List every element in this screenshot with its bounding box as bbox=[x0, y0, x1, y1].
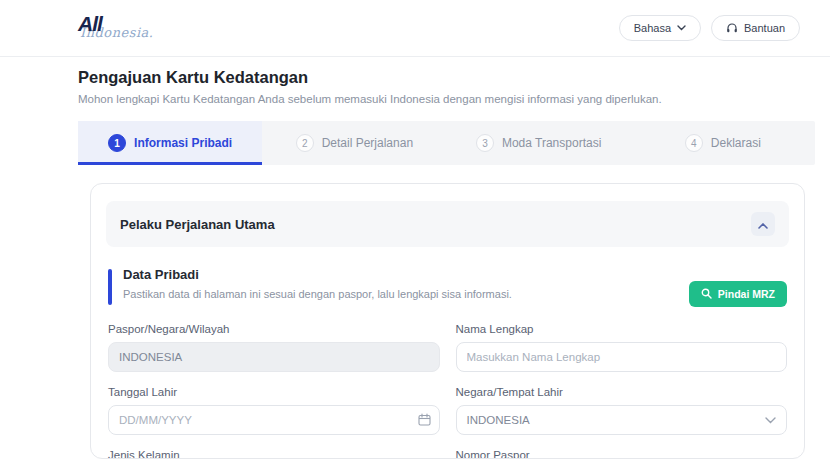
birth-date-input[interactable] bbox=[108, 405, 440, 435]
headphones-icon bbox=[726, 22, 738, 34]
chevron-up-icon bbox=[758, 217, 768, 232]
step-number-badge: 1 bbox=[108, 134, 126, 152]
page-subtitle: Mohon lengkapi Kartu Kedatangan Anda seb… bbox=[78, 93, 815, 105]
scan-mrz-button[interactable]: Pindai MRZ bbox=[689, 281, 787, 307]
step-deklarasi[interactable]: 4 Deklarasi bbox=[631, 121, 815, 165]
scan-mrz-label: Pindai MRZ bbox=[718, 288, 775, 300]
language-button-label: Bahasa bbox=[634, 22, 671, 34]
step-number-badge: 2 bbox=[296, 134, 314, 152]
language-button[interactable]: Bahasa bbox=[619, 15, 701, 41]
collapse-header-pelaku-perjalanan[interactable]: Pelaku Perjalanan Utama bbox=[106, 201, 789, 247]
chevron-down-icon bbox=[677, 25, 686, 31]
header-actions: Bahasa Bantuan bbox=[619, 15, 800, 41]
section-header: Data Pribadi Pastikan data di halaman in… bbox=[108, 267, 512, 305]
field-label: Jenis Kelamin bbox=[108, 449, 440, 459]
stepper: 1 Informasi Pribadi 2 Detail Perjalanan … bbox=[78, 121, 815, 165]
collapse-title: Pelaku Perjalanan Utama bbox=[120, 217, 275, 232]
step-number-badge: 3 bbox=[476, 134, 494, 152]
field-label: Paspor/Negara/Wilayah bbox=[108, 323, 440, 335]
all-indonesia-logo[interactable]: Indonesia. All bbox=[78, 8, 198, 48]
birth-country-selected-value: INDONESIA bbox=[467, 414, 530, 426]
field-label: Nama Lengkap bbox=[456, 323, 788, 335]
field-full-name: Nama Lengkap bbox=[456, 323, 788, 372]
field-passport-number: Nomor Paspor bbox=[456, 449, 788, 459]
step-label: Deklarasi bbox=[711, 136, 761, 150]
passport-country-input bbox=[108, 342, 440, 372]
step-moda-transportasi[interactable]: 3 Moda Transportasi bbox=[447, 121, 631, 165]
step-label: Detail Perjalanan bbox=[322, 136, 413, 150]
step-informasi-pribadi[interactable]: 1 Informasi Pribadi bbox=[78, 121, 262, 165]
accent-bar bbox=[108, 269, 112, 305]
main-traveler-card: Pelaku Perjalanan Utama Data Pribadi Pas… bbox=[90, 183, 805, 459]
page-title: Pengajuan Kartu Kedatangan bbox=[78, 68, 815, 87]
section-title: Data Pribadi bbox=[123, 267, 512, 282]
personal-data-form: Paspor/Negara/Wilayah Nama Lengkap Tangg… bbox=[106, 323, 789, 459]
step-number-badge: 4 bbox=[685, 134, 703, 152]
field-birth-country: Negara/Tempat Lahir INDONESIA bbox=[456, 386, 788, 435]
logo-main-text: All bbox=[78, 12, 102, 36]
search-icon bbox=[701, 288, 712, 301]
help-button[interactable]: Bantuan bbox=[711, 15, 800, 41]
field-gender: Jenis Kelamin bbox=[108, 449, 440, 459]
section-description: Pastikan data di halaman ini sesuai deng… bbox=[123, 288, 512, 300]
field-passport-country: Paspor/Negara/Wilayah bbox=[108, 323, 440, 372]
step-label: Moda Transportasi bbox=[502, 136, 601, 150]
full-name-input[interactable] bbox=[456, 342, 788, 372]
chevron-down-icon bbox=[765, 414, 776, 426]
birth-country-select[interactable]: INDONESIA bbox=[456, 405, 788, 435]
field-label: Tanggal Lahir bbox=[108, 386, 440, 398]
step-detail-perjalanan[interactable]: 2 Detail Perjalanan bbox=[262, 121, 446, 165]
field-label: Nomor Paspor bbox=[456, 449, 788, 459]
field-label: Negara/Tempat Lahir bbox=[456, 386, 788, 398]
top-header-bar: Indonesia. All Bahasa Bantuan bbox=[0, 0, 830, 57]
section-header-row: Data Pribadi Pastikan data di halaman in… bbox=[106, 267, 789, 307]
collapse-toggle-button[interactable] bbox=[751, 212, 775, 236]
help-button-label: Bantuan bbox=[744, 22, 785, 34]
step-label: Informasi Pribadi bbox=[134, 136, 232, 150]
field-birth-date: Tanggal Lahir bbox=[108, 386, 440, 435]
